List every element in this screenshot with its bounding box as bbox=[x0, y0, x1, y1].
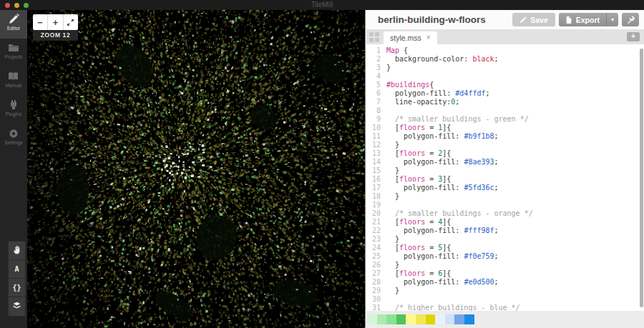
code-line[interactable]: 9 /* smaller buildings - green */ bbox=[366, 115, 644, 124]
palette-swatch[interactable] bbox=[396, 314, 406, 324]
line-number: 16 bbox=[366, 175, 381, 184]
code-line[interactable]: 15 } bbox=[366, 167, 644, 175]
code-line[interactable]: 7 line-opacity:0; bbox=[366, 98, 644, 106]
code-line-text: } bbox=[381, 167, 399, 175]
code-line[interactable]: 3} bbox=[366, 64, 644, 72]
code-line-text: #buildings{ bbox=[381, 81, 434, 89]
line-number: 21 bbox=[366, 218, 381, 227]
code-line[interactable]: 25 polygon-fill: #f0e759; bbox=[366, 252, 644, 261]
sidebar-item-label: Settings bbox=[0, 140, 27, 145]
palette-swatch[interactable] bbox=[454, 314, 464, 324]
hand-icon bbox=[12, 244, 21, 257]
zoom-in-button[interactable]: + bbox=[48, 14, 63, 30]
line-number: 7 bbox=[366, 98, 381, 106]
fullscreen-button[interactable] bbox=[64, 14, 78, 30]
code-line[interactable]: 26 } bbox=[366, 261, 644, 269]
map-view[interactable]: − + ZOOM 12 bbox=[27, 10, 365, 328]
code-line-text bbox=[381, 106, 386, 115]
map-canvas[interactable] bbox=[27, 10, 365, 328]
palette-swatch[interactable] bbox=[416, 314, 426, 324]
code-line[interactable]: 31 /* higher buildings - blue */ bbox=[366, 304, 644, 311]
code-line[interactable]: 5#buildings{ bbox=[366, 81, 644, 89]
zoom-out-button[interactable]: − bbox=[33, 14, 48, 30]
palette-swatch[interactable] bbox=[435, 314, 445, 324]
pan-tool-button[interactable] bbox=[9, 242, 25, 260]
export-dropdown-button[interactable]: ▼ bbox=[606, 13, 618, 26]
project-header: berlin-building-w-floors Save Export bbox=[366, 10, 644, 29]
code-line[interactable]: 13 [floors = 2]{ bbox=[366, 149, 644, 158]
code-line[interactable]: 29 } bbox=[366, 287, 644, 295]
code-line[interactable]: 11 polygon-fill: #b9f1b8; bbox=[366, 132, 644, 141]
editor-panel: berlin-building-w-floors Save Export bbox=[365, 10, 644, 328]
palette-swatch[interactable] bbox=[386, 314, 396, 324]
line-number: 27 bbox=[366, 269, 381, 278]
pencil-icon bbox=[8, 14, 19, 25]
window-titlebar: TileMill bbox=[0, 0, 644, 10]
save-button-label: Save bbox=[530, 16, 548, 24]
palette-swatch[interactable] bbox=[377, 314, 387, 324]
line-number: 1 bbox=[366, 46, 381, 55]
code-line-text bbox=[381, 201, 386, 209]
code-line[interactable]: 28 polygon-fill: #e0d500; bbox=[366, 278, 644, 287]
line-number: 28 bbox=[366, 278, 381, 287]
code-line[interactable]: 21 [floors = 4]{ bbox=[366, 218, 644, 227]
code-line[interactable]: 10 [floors = 1]{ bbox=[366, 124, 644, 132]
code-line[interactable]: 24 [floors = 5]{ bbox=[366, 244, 644, 252]
font-tool-button[interactable]: A bbox=[9, 260, 25, 279]
line-number: 5 bbox=[366, 81, 381, 89]
code-line[interactable]: 16 [floors = 3]{ bbox=[366, 175, 644, 184]
sidebar-item-plugins[interactable]: Plugins bbox=[0, 96, 27, 124]
palette-swatch[interactable] bbox=[464, 314, 474, 324]
line-number: 19 bbox=[366, 201, 381, 209]
tilemill-window: TileMill EditorProjectsManualPluginsSett… bbox=[0, 0, 644, 328]
code-line[interactable]: 23 } bbox=[366, 235, 644, 244]
line-number: 29 bbox=[366, 287, 381, 295]
code-line[interactable]: 17 polygon-fill: #5fd36c; bbox=[366, 184, 644, 192]
code-line[interactable]: 19 bbox=[366, 201, 644, 209]
tab-label: style.mss bbox=[390, 34, 421, 42]
code-line[interactable]: 30 bbox=[366, 295, 644, 304]
code-line[interactable]: 27 [floors = 6]{ bbox=[366, 269, 644, 278]
code-line[interactable]: 22 polygon-fill: #fff98f; bbox=[366, 227, 644, 235]
project-settings-button[interactable] bbox=[622, 13, 639, 26]
code-line[interactable]: 1Map { bbox=[366, 46, 644, 55]
save-button[interactable]: Save bbox=[512, 13, 555, 26]
layers-tool-button[interactable] bbox=[9, 297, 25, 316]
tab-bar: style.mss × + bbox=[366, 29, 644, 44]
code-line[interactable]: 14 polygon-fill: #8ae393; bbox=[366, 158, 644, 167]
export-button-label: Export bbox=[576, 16, 600, 24]
code-line[interactable]: 6 polygon-fill: #d4ffdf; bbox=[366, 89, 644, 98]
code-line[interactable]: 8 bbox=[366, 106, 644, 115]
code-line-text: [floors = 5]{ bbox=[381, 244, 451, 252]
drag-grip-icon[interactable] bbox=[369, 32, 379, 42]
palette-swatch[interactable] bbox=[426, 314, 436, 324]
code-editor[interactable]: 1Map {2 background-color: black;3}45#bui… bbox=[366, 44, 644, 311]
code-line[interactable]: 20 /* smaller buildings - orange */ bbox=[366, 209, 644, 218]
sidebar-item-projects[interactable]: Projects bbox=[0, 39, 27, 67]
code-line[interactable]: 12 } bbox=[366, 141, 644, 149]
pencil-icon bbox=[519, 16, 527, 24]
palette-swatch[interactable] bbox=[445, 314, 455, 324]
code-scrollbar[interactable] bbox=[640, 49, 643, 307]
code-line[interactable]: 2 background-color: black; bbox=[366, 55, 644, 64]
code-tool-button[interactable]: {} bbox=[9, 279, 25, 297]
code-line[interactable]: 18 } bbox=[366, 192, 644, 201]
code-line[interactable]: 4 bbox=[366, 72, 644, 81]
sidebar-item-label: Plugins bbox=[0, 111, 27, 116]
palette-swatch[interactable] bbox=[406, 314, 416, 324]
sidebar-item-settings[interactable]: Settings bbox=[0, 124, 27, 153]
export-button[interactable]: Export bbox=[559, 13, 606, 26]
sidebar-item-manual[interactable]: Manual bbox=[0, 67, 27, 96]
code-line-text: /* higher buildings - blue */ bbox=[381, 304, 520, 311]
map-zoom-control: − + bbox=[33, 14, 78, 30]
window-title: TileMill bbox=[0, 1, 644, 9]
tab-style-mss[interactable]: style.mss × bbox=[384, 31, 437, 44]
code-line-text: polygon-fill: #fff98f; bbox=[381, 227, 499, 235]
add-tab-button[interactable]: + bbox=[627, 32, 640, 41]
palette-swatch[interactable] bbox=[367, 314, 377, 324]
sidebar-item-editor[interactable]: Editor bbox=[0, 10, 27, 39]
code-line-text: } bbox=[381, 261, 399, 269]
code-line-text: polygon-fill: #8ae393; bbox=[381, 158, 499, 167]
tab-close-icon[interactable]: × bbox=[426, 34, 431, 41]
layers-icon bbox=[12, 300, 21, 313]
